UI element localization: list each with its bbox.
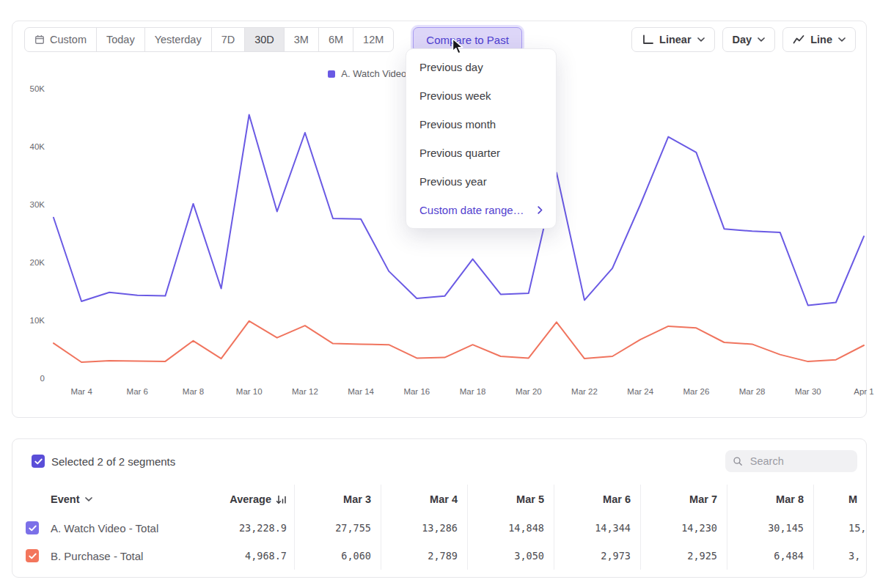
row-value-partial: 3, xyxy=(813,542,867,570)
range-button-label: 3M xyxy=(294,34,309,45)
calendar-icon xyxy=(34,34,45,45)
range-button-label: Custom xyxy=(50,34,87,45)
row-value: 14,344 xyxy=(554,514,640,542)
y-tick-label: 50K xyxy=(30,84,45,93)
chevron-down-icon xyxy=(758,37,765,42)
series-line-b-purchase-total xyxy=(54,321,864,362)
row-checkbox[interactable] xyxy=(26,549,39,562)
row-value: 27,755 xyxy=(294,514,381,542)
chevron-down-icon xyxy=(697,37,705,42)
x-tick-label: Mar 30 xyxy=(795,387,821,396)
chevron-right-icon xyxy=(538,206,543,214)
search-box[interactable] xyxy=(725,450,857,472)
column-header-event[interactable]: Event xyxy=(51,485,215,514)
insights-page: { "toolbar": { "date_buttons": ["Custom"… xyxy=(0,0,880,588)
header-spacer xyxy=(12,485,51,514)
menu-item-previous-week[interactable]: Previous week xyxy=(406,81,556,110)
segments-header: Selected 2 of 2 segments xyxy=(32,449,857,473)
range-button-label: 12M xyxy=(363,34,384,45)
row-value: 3,050 xyxy=(467,542,554,570)
range-button-6m[interactable]: 6M xyxy=(318,27,353,52)
range-button-today[interactable]: Today xyxy=(96,27,145,52)
row-label: A. Watch Video - Total xyxy=(51,514,215,542)
x-tick-label: Mar 16 xyxy=(403,387,430,396)
table-row[interactable]: B. Purchase - Total4,968.76,0602,7893,05… xyxy=(12,542,867,570)
range-button-30d[interactable]: 30D xyxy=(244,27,285,52)
range-button-label: 30D xyxy=(254,34,274,45)
scale-select-label: Linear xyxy=(659,34,692,45)
x-tick-label: Mar 20 xyxy=(516,387,542,396)
chart-controls: Linear Day Line xyxy=(631,27,856,52)
menu-item-previous-quarter[interactable]: Previous quarter xyxy=(406,139,556,167)
row-value: 2,925 xyxy=(640,542,727,570)
x-tick-label: Mar 18 xyxy=(460,387,486,396)
x-tick-label: Mar 10 xyxy=(236,387,263,396)
select-all-checkbox[interactable] xyxy=(32,455,45,468)
column-header-label: Average xyxy=(230,493,271,505)
y-tick-label: 30K xyxy=(30,200,45,209)
row-value: 30,145 xyxy=(727,514,813,542)
row-label: B. Purchase - Total xyxy=(51,542,215,570)
range-button-custom[interactable]: Custom xyxy=(24,27,97,52)
line-chart-icon xyxy=(793,34,804,45)
x-tick-label: Mar 4 xyxy=(70,387,92,396)
column-header-label: Event xyxy=(51,493,80,505)
menu-item-custom-date-range[interactable]: Custom date range… xyxy=(406,196,556,224)
interval-select-label: Day xyxy=(733,34,752,45)
range-button-label: 6M xyxy=(329,34,343,45)
range-button-7d[interactable]: 7D xyxy=(211,27,246,52)
menu-item-previous-year[interactable]: Previous year xyxy=(406,167,556,196)
column-header-mar-8: Mar 8 xyxy=(727,485,813,514)
search-input[interactable] xyxy=(749,455,850,468)
row-checkbox-cell xyxy=(12,514,51,542)
column-header-mar-3: Mar 3 xyxy=(294,485,381,514)
chevron-down-icon xyxy=(838,37,846,42)
compare-menu: Previous dayPrevious weekPrevious monthP… xyxy=(406,48,557,229)
menu-item-previous-month[interactable]: Previous month xyxy=(406,110,556,139)
row-average: 23,228.9 xyxy=(215,514,294,542)
selected-count-label: Selected 2 of 2 segments xyxy=(51,455,175,468)
x-tick-label: Mar 6 xyxy=(127,387,148,396)
row-average: 4,968.7 xyxy=(215,542,294,570)
row-value: 13,286 xyxy=(381,514,467,542)
segments-panel: Selected 2 of 2 segments EventAverageMar… xyxy=(12,438,867,578)
checkmark-icon xyxy=(29,525,37,532)
range-button-label: Today xyxy=(106,34,135,45)
chart-type-select[interactable]: Line xyxy=(782,27,856,52)
scale-select[interactable]: Linear xyxy=(631,27,715,52)
column-header-average[interactable]: Average xyxy=(215,485,294,514)
search-icon xyxy=(733,455,743,467)
menu-item-label: Custom date range… xyxy=(419,204,524,216)
range-button-12m[interactable]: 12M xyxy=(353,27,394,52)
chevron-down-icon xyxy=(85,497,92,501)
column-header-mar-4: Mar 4 xyxy=(381,485,467,514)
row-checkbox-cell xyxy=(12,542,51,570)
column-header-mar-7: Mar 7 xyxy=(640,485,727,514)
checkmark-icon xyxy=(34,458,43,465)
column-header-partial: M xyxy=(813,485,867,514)
row-value: 6,484 xyxy=(727,542,813,570)
y-tick-label: 0 xyxy=(40,374,45,383)
x-tick-label: Mar 28 xyxy=(739,387,766,396)
row-value: 6,060 xyxy=(294,542,381,570)
x-tick-label: Mar 12 xyxy=(292,387,318,396)
x-tick-label: Mar 22 xyxy=(571,387,598,396)
range-button-yesterday[interactable]: Yesterday xyxy=(144,27,212,52)
range-button-label: 7D xyxy=(221,34,235,45)
interval-select[interactable]: Day xyxy=(722,27,776,52)
y-tick-label: 40K xyxy=(30,142,45,151)
range-button-3m[interactable]: 3M xyxy=(284,27,319,52)
menu-item-previous-day[interactable]: Previous day xyxy=(406,53,556,81)
row-value-partial: 15, xyxy=(813,514,867,542)
column-header-mar-5: Mar 5 xyxy=(467,485,554,514)
row-checkbox[interactable] xyxy=(26,521,39,534)
row-value: 14,230 xyxy=(640,514,727,542)
row-value: 14,848 xyxy=(467,514,554,542)
sort-descending-icon xyxy=(276,495,287,504)
row-value: 2,973 xyxy=(554,542,640,570)
date-range-group: CustomTodayYesterday7D30D3M6M12M xyxy=(24,27,394,52)
x-tick-label: Mar 14 xyxy=(348,387,374,396)
table-row[interactable]: A. Watch Video - Total23,228.927,75513,2… xyxy=(12,514,867,542)
x-tick-label: Apr 1 xyxy=(854,387,874,396)
chart-type-select-label: Line xyxy=(810,34,832,45)
